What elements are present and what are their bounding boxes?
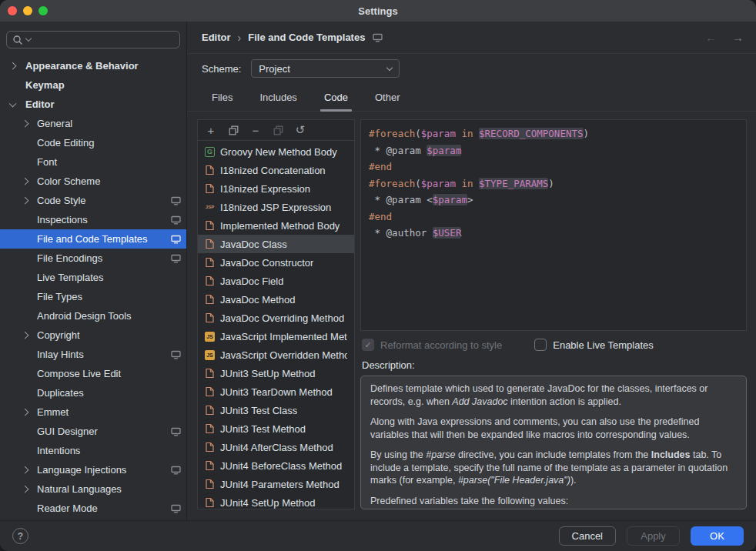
sidebar-item-code-editing[interactable]: Code Editing [0, 133, 186, 152]
close-button[interactable] [8, 6, 17, 15]
template-item-javascript-implemented-method-body[interactable]: JSJavaScript Implemented Method Body [198, 327, 354, 346]
duplicate-icon[interactable] [272, 124, 284, 136]
template-item-junit3-test-class[interactable]: JUnit3 Test Class [198, 401, 354, 419]
reset-icon[interactable]: ↺ [294, 124, 306, 136]
sidebar-item-copyright[interactable]: Copyright [0, 326, 186, 345]
help-button[interactable]: ? [12, 528, 28, 544]
cancel-button[interactable]: Cancel [559, 526, 616, 546]
tab-other[interactable]: Other [365, 92, 410, 111]
remove-icon[interactable]: − [249, 124, 262, 136]
sidebar-item-label: Language Injections [37, 464, 126, 476]
code-line: #foreach($param in $RECORD_COMPONENTS) [369, 125, 738, 142]
sidebar-item-duplicates[interactable]: Duplicates [0, 383, 186, 402]
description-box[interactable]: Defines template which used to generate … [360, 376, 747, 509]
jsp-file-icon: JSP [205, 202, 215, 212]
template-editor[interactable]: #foreach($param in $RECORD_COMPONENTS) *… [360, 119, 747, 331]
template-item-junit3-setup-method[interactable]: JUnit3 SetUp Method [198, 364, 354, 382]
template-item-junit3-teardown-method[interactable]: JUnit3 TearDown Method [198, 382, 354, 401]
tab-files[interactable]: Files [202, 92, 243, 111]
copy-icon[interactable] [227, 124, 239, 136]
template-item-i18nized-expression[interactable]: I18nized Expression [198, 179, 354, 198]
description-paragraph: By using the #parse directive, you can i… [370, 449, 737, 487]
ok-button[interactable]: OK [691, 526, 744, 546]
template-item-groovy-new-method-body[interactable]: GGroovy New Method Body [198, 142, 354, 161]
chevron-down-icon[interactable] [9, 99, 17, 107]
live-templates-checkbox[interactable] [534, 339, 547, 351]
sidebar-item-code-style[interactable]: Code Style [0, 191, 186, 210]
sidebar-item-appearance-behavior[interactable]: Appearance & Behavior [0, 56, 186, 75]
template-item-javadoc-class[interactable]: JavaDoc Class [198, 235, 354, 253]
sidebar-item-font[interactable]: Font [0, 152, 186, 172]
template-item-junit3-test-method[interactable]: JUnit3 Test Method [198, 419, 354, 438]
template-file-icon [205, 405, 215, 416]
tab-includes[interactable]: Includes [249, 92, 306, 111]
sidebar-item-editor[interactable]: Editor [0, 95, 186, 114]
sidebar-item-compose-live-edit[interactable]: Compose Live Edit [0, 364, 186, 383]
chevron-right-icon[interactable] [22, 196, 29, 204]
sidebar-item-general[interactable]: General [0, 114, 186, 133]
template-item-javadoc-field[interactable]: JavaDoc Field [198, 272, 354, 290]
per-project-screen-icon [171, 504, 181, 513]
template-item-implemented-method-body[interactable]: Implemented Method Body [198, 216, 354, 235]
add-icon[interactable]: + [205, 124, 217, 136]
template-item-i18nized-jsp-expression[interactable]: JSPI18nized JSP Expression [198, 198, 354, 216]
sidebar-item-label: Keymap [25, 79, 65, 91]
sidebar-item-keymap[interactable]: Keymap [0, 75, 186, 95]
apply-button[interactable]: Apply [627, 526, 680, 546]
chevron-right-icon[interactable] [22, 119, 29, 127]
template-item-junit4-setup-method[interactable]: JUnit4 SetUp Method [198, 493, 354, 509]
template-item-i18nized-concatenation[interactable]: I18nized Concatenation [198, 161, 354, 179]
template-item-label: JUnit3 Test Class [220, 405, 297, 416]
titlebar: Settings [0, 0, 756, 22]
template-item-javadoc-constructor[interactable]: JavaDoc Constructor [198, 253, 354, 272]
sidebar-item-label: Code Style [37, 195, 86, 206]
sidebar-item-android-design-tools[interactable]: Android Design Tools [0, 306, 186, 326]
chevron-right-icon[interactable] [22, 408, 29, 416]
forward-arrow-icon[interactable]: → [732, 31, 744, 44]
tab-code[interactable]: Code [314, 92, 358, 111]
breadcrumb-editor[interactable]: Editor [202, 32, 231, 43]
sidebar-item-file-types[interactable]: File Types [0, 287, 186, 306]
sidebar-item-intentions[interactable]: Intentions [0, 441, 186, 460]
sidebar-item-live-templates[interactable]: Live Templates [0, 268, 186, 287]
template-item-javadoc-method[interactable]: JavaDoc Method [198, 290, 354, 309]
chevron-right-icon[interactable] [22, 485, 29, 493]
sidebar-item-language-injections[interactable]: Language Injections [0, 460, 186, 479]
sidebar-item-label: Intentions [37, 445, 80, 456]
template-file-icon [205, 294, 215, 305]
chevron-down-icon [386, 64, 393, 70]
minimize-button[interactable] [23, 6, 32, 15]
template-file-icon [205, 220, 215, 231]
chevron-right-icon[interactable] [9, 62, 17, 69]
template-detail: #foreach($param in $RECORD_COMPONENTS) *… [360, 119, 747, 509]
sidebar-item-inlay-hints[interactable]: Inlay Hints [0, 345, 186, 364]
sidebar-item-natural-languages[interactable]: Natural Languages [0, 479, 186, 499]
javascript-file-icon: JS [205, 332, 215, 342]
search-input[interactable] [34, 34, 174, 45]
chevron-right-icon[interactable] [22, 466, 29, 473]
sidebar-item-gui-designer[interactable]: GUI Designer [0, 422, 186, 441]
template-item-javadoc-overriding-method[interactable]: JavaDoc Overriding Method [198, 309, 354, 327]
zoom-button[interactable] [38, 6, 48, 15]
scheme-select[interactable]: Project [251, 59, 400, 78]
sidebar-item-label: Copyright [37, 329, 80, 341]
template-file-icon [205, 165, 215, 175]
sidebar-item-file-encodings[interactable]: File Encodings [0, 249, 186, 268]
sidebar-item-emmet[interactable]: Emmet [0, 402, 186, 422]
sidebar-item-file-and-code-templates[interactable]: File and Code Templates [0, 229, 186, 249]
sidebar-item-label: Editor [25, 99, 55, 110]
sidebar-item-reader-mode[interactable]: Reader Mode [0, 499, 186, 518]
search-options-chevron-icon[interactable] [25, 35, 32, 42]
sidebar-item-inspections[interactable]: Inspections [0, 210, 186, 229]
template-item-junit4-afterclass-method[interactable]: JUnit4 AfterClass Method [198, 438, 354, 456]
back-arrow-icon[interactable]: ← [705, 31, 717, 44]
sidebar-item-color-scheme[interactable]: Color Scheme [0, 172, 186, 191]
chevron-right-icon[interactable] [22, 177, 29, 185]
template-item-junit4-beforeclass-method[interactable]: JUnit4 BeforeClass Method [198, 456, 354, 475]
template-item-javascript-overridden-method-body[interactable]: JSJavaScript Overridden Method Body [198, 346, 354, 364]
chevron-right-icon[interactable] [22, 331, 29, 339]
settings-window: Settings Appearance & BehaviorKeymapEdit… [0, 0, 756, 551]
scheme-label: Scheme: [202, 63, 241, 75]
template-item-junit4-parameters-method[interactable]: JUnit4 Parameters Method [198, 475, 354, 493]
search-field[interactable] [6, 31, 180, 48]
